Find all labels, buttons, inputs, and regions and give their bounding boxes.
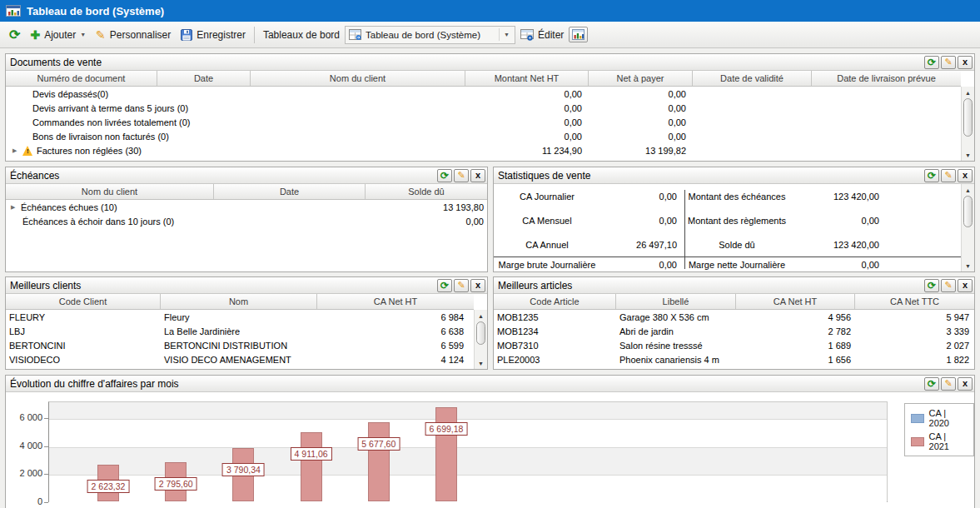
dashboard-window-icon	[6, 5, 21, 17]
row-label: Échéances à échoir dans 10 jours (0)	[22, 217, 174, 227]
column-header[interactable]: CA Net HT	[317, 294, 474, 309]
table-row[interactable]: Commandes non livrées totalement (0) 0,0…	[6, 115, 961, 129]
table-row[interactable]: MOB1234 Abri de jardin 2 782 3 339	[494, 324, 974, 338]
table-row[interactable]: Échéances à échoir dans 10 jours (0) 0,0…	[6, 214, 487, 228]
panel-echeances-refresh-button[interactable]: ⟳	[437, 169, 452, 182]
panel-clients-title: Meilleurs clients	[10, 280, 435, 291]
panel-documents-close-button[interactable]: x	[958, 56, 973, 69]
panel-clients-refresh-button[interactable]: ⟳	[437, 279, 452, 292]
table-row[interactable]: MOB7310 Salon résine tresssé 1 689 2 027	[494, 338, 974, 352]
panel-echeances-close-button[interactable]: x	[470, 169, 485, 182]
column-header[interactable]: Nom du client	[251, 71, 465, 86]
code-article: MOB1234	[494, 326, 616, 336]
panel-clients-edit-button[interactable]: ✎	[454, 279, 469, 292]
refresh-button[interactable]: ⟳	[4, 27, 25, 43]
documents-vertical-scrollbar[interactable]: ▲ ▼	[961, 87, 974, 161]
column-header[interactable]: Nom	[161, 294, 317, 309]
scroll-up-icon[interactable]: ▲	[475, 310, 487, 321]
panel-evolution-header: Évolution du chiffre d'affaires par mois…	[6, 376, 974, 392]
dashboard-selector-arrow[interactable]: ▼	[499, 28, 511, 41]
panel-evolution-refresh-button[interactable]: ⟳	[924, 377, 939, 391]
panel-articles-edit-button[interactable]: ✎	[941, 279, 956, 292]
scrollbar-thumb[interactable]	[963, 98, 973, 137]
panel-meilleurs-clients: Meilleurs clients ⟳ ✎ x Code Client Nom …	[5, 276, 488, 370]
scrollbar-thumb[interactable]	[963, 196, 973, 227]
montant-net-ht: 11 234,90	[465, 146, 589, 156]
stat-label: Montant des règlements	[684, 216, 789, 226]
ca-net-ht: 4 956	[736, 312, 855, 322]
panel-documents-edit-button[interactable]: ✎	[941, 56, 956, 69]
nom-client: Fleury	[161, 312, 317, 322]
scroll-down-icon[interactable]: ▼	[963, 260, 974, 271]
edit-button[interactable]: Éditer	[515, 27, 569, 43]
column-header[interactable]: Montant Net HT	[465, 71, 589, 86]
table-row[interactable]: Devis dépassés(0) 0,00 0,00	[6, 87, 961, 101]
scroll-down-icon[interactable]: ▼	[475, 357, 487, 369]
panel-statistiques-close-button[interactable]: x	[958, 169, 973, 182]
montant-net-ht: 0,00	[465, 89, 589, 99]
stat-label: CA Journalier	[494, 192, 600, 202]
dashboard-selector[interactable]: Tableau de bord (Système) ▼	[345, 26, 515, 44]
montant-net-ht: 0,00	[465, 117, 589, 127]
warning-icon	[22, 146, 34, 156]
table-row[interactable]: Bons de livraison non facturés (0) 0,00 …	[6, 129, 961, 143]
y-axis-tick-mark	[44, 446, 48, 447]
panel-evolution-close-button[interactable]: x	[958, 377, 973, 391]
column-header[interactable]: Date de livraison prévue	[812, 71, 961, 86]
expand-arrow-icon[interactable]: ▶	[12, 147, 20, 154]
table-row[interactable]: VISIODECO VISIO DECO AMENAGEMENT 4 124	[6, 352, 474, 366]
column-header[interactable]: Date	[214, 184, 366, 199]
panel-articles-header: Meilleurs articles ⟳ ✎ x	[494, 277, 974, 294]
ca-net-ttc: 2 027	[855, 341, 974, 351]
expand-arrow-icon[interactable]: ▶	[11, 204, 18, 211]
panel-statistiques: Statistiques de vente ⟳ ✎ x CA Journalie…	[493, 167, 975, 272]
ca-net-ht: 6 984	[317, 312, 474, 322]
panel-articles-refresh-button[interactable]: ⟳	[924, 279, 939, 292]
table-row[interactable]: FLEURY Fleury 6 984	[6, 310, 474, 324]
legend-label: CA | 2020	[929, 408, 968, 428]
scroll-down-icon[interactable]: ▼	[963, 149, 974, 161]
statistiques-vertical-scrollbar[interactable]: ▲ ▼	[961, 184, 974, 271]
chart-bar-ca-2021	[368, 422, 390, 501]
panel-documents-refresh-button[interactable]: ⟳	[924, 56, 939, 69]
column-header[interactable]: Libellé	[616, 294, 736, 309]
table-row[interactable]: Devis arrivant à terme dans 5 jours (0) …	[6, 101, 961, 115]
save-button[interactable]: Enregistrer	[176, 27, 251, 43]
column-header[interactable]: CA Net HT	[736, 294, 855, 309]
chart-view-button[interactable]	[569, 27, 588, 42]
scroll-up-icon[interactable]: ▲	[963, 184, 974, 196]
panel-evolution-edit-button[interactable]: ✎	[941, 377, 956, 391]
table-row[interactable]: MOB1235 Garage 380 X 536 cm 4 956 5 947	[494, 310, 974, 324]
dashboards-button[interactable]: Tableaux de bord	[258, 27, 345, 43]
panel-echeances-edit-button[interactable]: ✎	[454, 169, 469, 182]
nom-client: VISIO DECO AMENAGEMENT	[161, 355, 317, 365]
panel-statistiques-refresh-button[interactable]: ⟳	[924, 169, 939, 182]
column-header[interactable]: Solde dû	[366, 184, 487, 199]
solde-du: 0,00	[371, 217, 487, 227]
scroll-up-icon[interactable]: ▲	[963, 87, 974, 98]
customize-button[interactable]: ✎ Personnaliser	[91, 27, 176, 43]
bar-value-label: 3 790,34	[222, 463, 265, 476]
scrollbar-thumb[interactable]	[476, 321, 485, 345]
table-row[interactable]: BERTONCINI BERTONCINI DISTRIBUTION 6 599	[6, 338, 474, 352]
table-row[interactable]: ▶ Échéances échues (10) 13 193,80	[6, 200, 487, 214]
column-header[interactable]: Date	[157, 71, 251, 86]
panel-echeances-title: Échéances	[10, 170, 435, 182]
column-header[interactable]: Nom du client	[6, 184, 214, 199]
column-header[interactable]: Code Article	[494, 294, 616, 309]
panel-articles-close-button[interactable]: x	[958, 279, 973, 292]
panel-clients-close-button[interactable]: x	[470, 279, 485, 292]
table-row[interactable]: LBJ La Belle Jardinière 6 638	[6, 324, 474, 338]
stat-label: Solde dû	[684, 240, 789, 250]
column-header[interactable]: CA Net TTC	[855, 294, 974, 309]
add-button[interactable]: ✚ Ajouter ▼	[25, 27, 91, 43]
panel-statistiques-edit-button[interactable]: ✎	[941, 169, 956, 182]
column-header[interactable]: Net à payer	[589, 71, 693, 86]
y-axis-tick-label: 2 000	[6, 468, 42, 478]
column-header[interactable]: Code Client	[6, 294, 161, 309]
column-header[interactable]: Numéro de document	[6, 71, 157, 86]
table-row[interactable]: PLE20003 Phoenix canariensis 4 m 1 656 1…	[494, 352, 974, 366]
column-header[interactable]: Date de validité	[693, 71, 812, 86]
table-row[interactable]: ▶ Factures non réglées (30) 11 234,90 13…	[6, 143, 961, 157]
clients-vertical-scrollbar[interactable]: ▲ ▼	[474, 310, 487, 369]
